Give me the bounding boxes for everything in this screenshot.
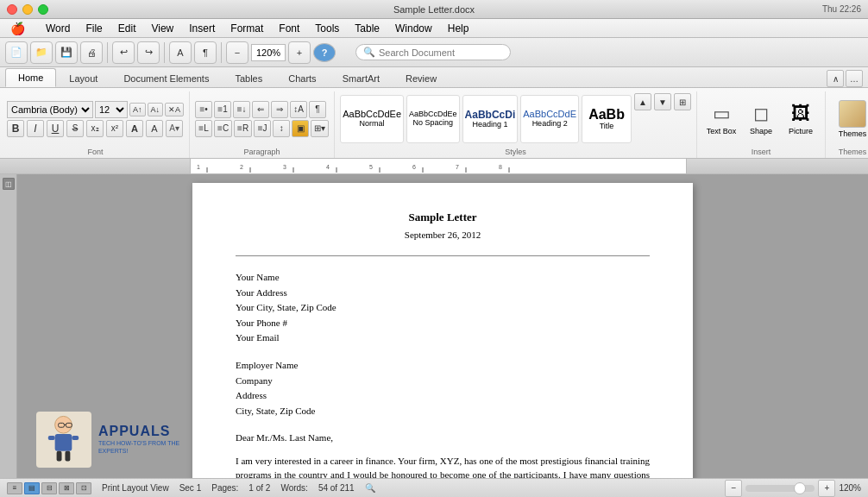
subscript-btn[interactable]: x₂ (86, 120, 104, 137)
expand-ribbon-btn[interactable]: … (846, 70, 863, 87)
tab-smartart[interactable]: SmartArt (330, 69, 393, 87)
tab-tables[interactable]: Tables (222, 69, 275, 87)
view-btn-5[interactable]: ⊡ (76, 482, 91, 494)
menu-file[interactable]: File (79, 21, 109, 36)
search-document-box[interactable]: 🔍 (355, 44, 511, 60)
tab-document-elements[interactable]: Document Elements (110, 69, 222, 87)
tab-home[interactable]: Home (5, 68, 56, 87)
insert-shape[interactable]: ◻ Shape (742, 95, 780, 143)
tab-layout[interactable]: Layout (56, 69, 110, 87)
style-normal[interactable]: AaBbCcDdEe Normal (340, 95, 404, 143)
insert-picture[interactable]: 🖼 Picture (782, 95, 820, 143)
borders-btn[interactable]: ⊞▾ (311, 120, 329, 137)
insert-textbox[interactable]: ▭ Text Box (702, 95, 740, 143)
style-no-spacing[interactable]: AaBbCcDdEe No Spacing (406, 95, 460, 143)
multilevel-btn[interactable]: ≡↓ (233, 101, 250, 118)
strikethrough-btn[interactable]: S (66, 120, 84, 137)
shading-btn[interactable]: ▣ (292, 120, 309, 137)
format-btn[interactable]: A (169, 41, 192, 64)
new-button[interactable]: 📄 (5, 41, 28, 64)
justify-btn[interactable]: ≡J (254, 120, 271, 137)
style-title[interactable]: AaBb Title (582, 95, 632, 143)
style-btn[interactable]: ¶ (194, 41, 217, 64)
menu-edit[interactable]: Edit (111, 21, 143, 36)
zoom-control: 120% (251, 44, 286, 61)
zoom-input[interactable]: 120% (251, 44, 286, 61)
superscript-btn[interactable]: x² (106, 120, 123, 137)
numbering-btn[interactable]: ≡1 (214, 101, 231, 118)
increase-indent-btn[interactable]: ⇒ (271, 101, 288, 118)
font-controls: Cambria (Body) 12 A↑ A↓ ✕A B I U S x₂ x² (7, 91, 184, 146)
spell-check-icon[interactable]: 🔍 (365, 483, 375, 493)
letter-divider (236, 255, 650, 256)
appuals-text: APPUALS TECH HOW-TO'S FROM THE EXPERTS! (98, 424, 200, 455)
close-button[interactable] (7, 4, 17, 15)
redo-button[interactable]: ↪ (137, 41, 160, 64)
view-btn-2[interactable]: ▤ (24, 482, 40, 494)
font-color-btn[interactable]: A (146, 120, 163, 137)
zoom-out-status-btn[interactable]: − (725, 480, 742, 497)
svg-rect-20 (55, 434, 72, 451)
sidebar-icon-1[interactable]: ◫ (3, 178, 15, 190)
print-button[interactable]: 🖨 (80, 41, 103, 64)
save-button[interactable]: 💾 (55, 41, 78, 64)
menu-insert[interactable]: Insert (182, 21, 222, 36)
align-left-btn[interactable]: ≡L (195, 120, 212, 137)
zoom-slider[interactable] (745, 485, 815, 492)
tab-charts[interactable]: Charts (275, 69, 329, 87)
undo-button[interactable]: ↩ (112, 41, 135, 64)
font-shrink-btn[interactable]: A↓ (148, 103, 164, 116)
menu-tools[interactable]: Tools (308, 21, 346, 36)
view-btn-3[interactable]: ⊟ (41, 482, 57, 494)
open-button[interactable]: 📁 (30, 41, 53, 64)
clear-format-btn[interactable]: ✕A (165, 103, 184, 116)
zoom-thumb (794, 482, 806, 494)
menu-window[interactable]: Window (388, 21, 439, 36)
bold-button[interactable]: B (7, 120, 24, 137)
appuals-figure (36, 412, 91, 468)
text-effects-btn[interactable]: A▾ (166, 120, 183, 137)
style-heading1[interactable]: AaBbCcDi Heading 1 (462, 95, 519, 143)
minimize-button[interactable] (22, 4, 33, 15)
menu-help[interactable]: Help (441, 21, 476, 36)
sort-btn[interactable]: ↕A (290, 101, 307, 118)
appuals-tagline: TECH HOW-TO'S FROM THE EXPERTS! (98, 439, 200, 455)
zoom-out-btn[interactable]: − (226, 41, 248, 64)
italic-button[interactable]: I (27, 120, 44, 137)
svg-text:2: 2 (240, 164, 243, 170)
align-right-btn[interactable]: ≡R (234, 120, 252, 137)
decrease-indent-btn[interactable]: ⇐ (252, 101, 269, 118)
zoom-in-status-btn[interactable]: + (818, 480, 835, 497)
zoom-in-btn[interactable]: + (288, 41, 311, 64)
maximize-button[interactable] (38, 4, 48, 15)
styles-scroll-up[interactable]: ▲ (634, 93, 651, 110)
styles-more-btn[interactable]: ⊞ (674, 93, 691, 110)
align-center-btn[interactable]: ≡C (214, 120, 232, 137)
bullets-btn[interactable]: ≡• (195, 101, 212, 118)
menu-font[interactable]: Font (272, 21, 306, 36)
menu-format[interactable]: Format (223, 21, 270, 36)
line-spacing-btn[interactable]: ↕ (273, 120, 290, 137)
show-marks-btn[interactable]: ¶ (309, 101, 326, 118)
words-label: Words: (280, 483, 308, 493)
view-btn-1[interactable]: ≡ (7, 482, 22, 494)
search-document-input[interactable] (379, 47, 500, 58)
menu-view[interactable]: View (144, 21, 180, 36)
font-family-select[interactable]: Cambria (Body) (7, 101, 93, 118)
style-heading2[interactable]: AaBbCcDdE Heading 2 (520, 95, 579, 143)
highlight-btn[interactable]: A (126, 120, 143, 137)
font-size-select[interactable]: 12 (95, 101, 128, 118)
menu-table[interactable]: Table (348, 21, 387, 36)
styles-scroll-down[interactable]: ▼ (654, 93, 671, 110)
tab-review[interactable]: Review (393, 69, 450, 87)
themes-btn[interactable]: Themes (831, 95, 868, 143)
apple-menu[interactable]: 🍎 (3, 20, 32, 37)
document-scroll[interactable]: Sample Letter September 26, 2012 Your Na… (17, 174, 868, 478)
collapse-ribbon-btn[interactable]: ∧ (827, 70, 844, 87)
help-btn[interactable]: ? (313, 43, 336, 62)
font-grow-btn[interactable]: A↑ (129, 103, 146, 116)
view-btn-4[interactable]: ⊠ (59, 482, 74, 494)
menu-word[interactable]: Word (39, 21, 77, 36)
style-normal-label: Normal (360, 119, 385, 128)
underline-button[interactable]: U (47, 120, 64, 137)
